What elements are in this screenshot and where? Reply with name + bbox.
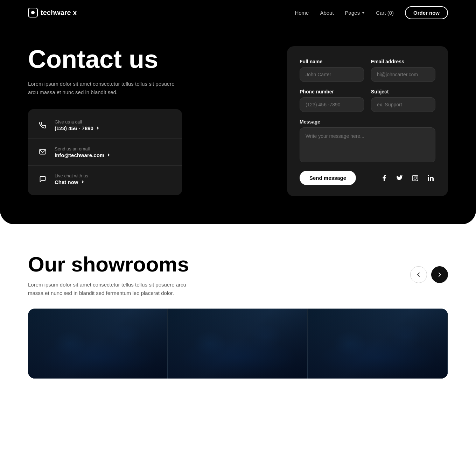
- showrooms-header: Our showrooms Lorem ipsum dolor sit amet…: [28, 252, 448, 297]
- social-icons: [379, 173, 435, 183]
- logo-icon-inner: [31, 11, 35, 14]
- contact-phone-label: Give us a call: [55, 119, 174, 125]
- contact-card-phone-text: Give us a call (123) 456 - 7890: [55, 119, 174, 131]
- email-icon: [36, 146, 49, 158]
- showroom-panel-2: [168, 309, 308, 379]
- svg-point-5: [428, 175, 429, 176]
- nav-home[interactable]: Home: [295, 10, 309, 16]
- form-group-name: Full name: [300, 59, 364, 82]
- linkedin-icon[interactable]: [426, 173, 435, 183]
- contact-chat-label: Live chat with us: [55, 173, 174, 178]
- svg-rect-1: [412, 175, 418, 181]
- send-message-button[interactable]: Send message: [300, 171, 356, 185]
- showrooms-section: Our showrooms Lorem ipsum dolor sit amet…: [0, 224, 476, 393]
- contact-phone-value: (123) 456 - 7890: [55, 125, 174, 131]
- hero-subtitle: Lorem ipsum dolor sit amet consectetur t…: [28, 80, 182, 97]
- carousel-prev-button[interactable]: [410, 266, 427, 283]
- form-group-message: Message: [300, 119, 435, 162]
- hero-section: Contact us Lorem ipsum dolor sit amet co…: [0, 25, 476, 224]
- building-lights-1: [28, 309, 167, 379]
- form-bottom: Send message: [300, 171, 435, 185]
- showroom-panel-3: [308, 309, 448, 379]
- message-textarea[interactable]: [300, 127, 435, 162]
- brand-name: techware x: [41, 9, 77, 17]
- subject-input[interactable]: [371, 97, 435, 112]
- contact-card-email[interactable]: Send us an email info@techware.com: [28, 139, 182, 166]
- form-group-subject: Subject: [371, 89, 435, 112]
- nav-cart[interactable]: Cart (0): [376, 10, 394, 16]
- building-lights-3: [308, 309, 447, 379]
- twitter-icon[interactable]: [395, 173, 405, 183]
- nav-links: Home About Pages Cart (0) Order now: [295, 6, 448, 19]
- contact-card-email-text: Send us an email info@techware.com: [55, 146, 174, 158]
- form-row-name-email: Full name Email address: [300, 59, 435, 82]
- email-label: Email address: [371, 59, 435, 64]
- showrooms-text: Our showrooms Lorem ipsum dolor sit amet…: [28, 252, 189, 297]
- phone-input[interactable]: [300, 97, 364, 112]
- page-title: Contact us: [28, 46, 182, 73]
- instagram-icon[interactable]: [410, 173, 420, 183]
- contact-card-chat[interactable]: Live chat with us Chat now: [28, 166, 182, 192]
- contact-form-card: Full name Email address Phone number Sub…: [287, 46, 448, 196]
- contact-card-phone[interactable]: Give us a call (123) 456 - 7890: [28, 112, 182, 139]
- nav-pages[interactable]: Pages: [345, 10, 365, 16]
- chat-icon: [36, 173, 49, 185]
- form-group-email: Email address: [371, 59, 435, 82]
- logo-icon: [28, 8, 38, 17]
- contact-card-chat-text: Live chat with us Chat now: [55, 173, 174, 185]
- svg-point-2: [414, 177, 416, 179]
- carousel-next-button[interactable]: [431, 266, 448, 283]
- contact-email-value: info@techware.com: [55, 152, 174, 158]
- showrooms-subtitle: Lorem ipsum dolor sit amet consectetur t…: [28, 281, 189, 297]
- contact-chat-value: Chat now: [55, 179, 174, 185]
- phone-icon: [36, 119, 49, 132]
- carousel-controls: [410, 266, 448, 283]
- form-row-phone-subject: Phone number Subject: [300, 89, 435, 112]
- chevron-right-icon-2: [107, 154, 110, 156]
- message-label: Message: [300, 119, 435, 125]
- showroom-image-strip: [28, 309, 448, 379]
- contact-cards: Give us a call (123) 456 - 7890 Send us …: [28, 109, 182, 195]
- email-input[interactable]: [371, 67, 435, 82]
- navbar: techware x Home About Pages Cart (0) Ord…: [0, 0, 476, 25]
- building-lights-2: [168, 309, 307, 379]
- svg-point-3: [416, 176, 417, 177]
- hero-left: Contact us Lorem ipsum dolor sit amet co…: [28, 46, 182, 195]
- full-name-label: Full name: [300, 59, 364, 64]
- chevron-down-icon: [362, 12, 365, 14]
- form-group-phone: Phone number: [300, 89, 364, 112]
- logo[interactable]: techware x: [28, 8, 77, 17]
- showroom-panel-1: [28, 309, 168, 379]
- facebook-icon[interactable]: [379, 173, 389, 183]
- chevron-right-icon: [96, 127, 99, 129]
- phone-label: Phone number: [300, 89, 364, 94]
- showrooms-title: Our showrooms: [28, 252, 189, 276]
- chevron-right-icon-3: [80, 181, 83, 183]
- subject-label: Subject: [371, 89, 435, 94]
- order-now-button[interactable]: Order now: [405, 6, 448, 19]
- full-name-input[interactable]: [300, 67, 364, 82]
- contact-email-label: Send us an email: [55, 146, 174, 151]
- svg-rect-4: [428, 177, 429, 181]
- nav-about[interactable]: About: [320, 10, 334, 16]
